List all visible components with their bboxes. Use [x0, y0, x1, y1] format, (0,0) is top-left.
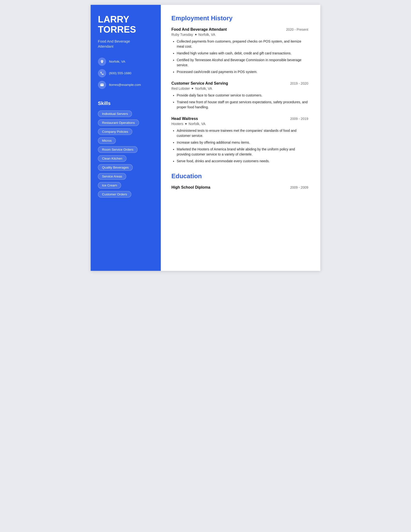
- phone-icon: [98, 69, 106, 77]
- job-block: Customer Service And Serving 2019 - 2020…: [171, 81, 308, 110]
- job-block: Head Waitress 2009 - 2019 Hooters Norfol…: [171, 116, 308, 164]
- skill-tag: Restaurant Operations: [98, 119, 139, 126]
- separator-dot: [185, 123, 187, 124]
- skills-list: Individual ServersRestaurant OperationsC…: [98, 111, 154, 198]
- skill-tag: Service Areas: [98, 173, 126, 180]
- separator-dot: [192, 88, 193, 89]
- resume-container: LARRY TORRES Food And BeverageAttendant …: [91, 5, 320, 271]
- job-bullets: Collected payments from customers, prepa…: [171, 39, 308, 75]
- education-block: High School Diploma 2009 - 2009: [171, 185, 308, 190]
- location-item: Norfolk, VA: [98, 57, 154, 66]
- jobs-container: Food And Beverage Attendant 2020 - Prese…: [171, 27, 308, 164]
- job-bullet: Serve food, drinks and accommodate every…: [177, 159, 308, 164]
- skills-heading: Skills: [98, 101, 154, 106]
- employment-heading: Employment History: [171, 15, 308, 22]
- main-content: Employment History Food And Beverage Att…: [161, 5, 320, 271]
- phone-item: (600) 555-1680: [98, 69, 154, 77]
- skill-tag: Ice Cream: [98, 182, 121, 189]
- job-bullet: Trained new front of house staff on gues…: [177, 100, 308, 110]
- company-location: Norfolk, VA: [198, 33, 215, 37]
- job-title: Customer Service And Serving: [171, 81, 228, 86]
- company-location: Norfolk, VA: [195, 86, 212, 90]
- skill-tag: Micros: [98, 137, 116, 144]
- job-bullets: Provide daily face to face customer serv…: [171, 93, 308, 110]
- phone-text: (600) 555-1680: [109, 71, 131, 75]
- skills-section: Skills Individual ServersRestaurant Oper…: [98, 101, 154, 198]
- email-icon: [98, 81, 106, 89]
- education-dates: 2009 - 2009: [290, 185, 308, 189]
- skill-tag: Individual Servers: [98, 111, 132, 117]
- job-bullet: Collected payments from customers, prepa…: [177, 39, 308, 49]
- company-name: Red Lobster: [171, 86, 190, 90]
- skill-tag: Company Policies: [98, 128, 132, 135]
- job-dates: 2019 - 2020: [290, 82, 308, 85]
- contact-section: Norfolk, VA (600) 555-1680 ltorres@examp…: [98, 57, 154, 89]
- job-company: Ruby Tuesday Norfolk, VA: [171, 33, 308, 37]
- skill-tag: Room Service Orders: [98, 146, 138, 153]
- skill-tag: Customer Orders: [98, 191, 131, 198]
- candidate-title: Food And BeverageAttendant: [98, 39, 154, 49]
- separator-dot: [195, 34, 196, 35]
- job-bullet: Provide daily face to face customer serv…: [177, 93, 308, 98]
- skill-tag: Clean Kitchen: [98, 155, 126, 162]
- job-company: Red Lobster Norfolk, VA: [171, 86, 308, 90]
- location-text: Norfolk, VA: [109, 60, 125, 63]
- company-name: Hooters: [171, 122, 183, 126]
- job-dates: 2009 - 2019: [290, 117, 308, 121]
- job-bullet: Processed cash/credit card payments in P…: [177, 69, 308, 75]
- job-header: Head Waitress 2009 - 2019: [171, 116, 308, 121]
- education-degree: High School Diploma: [171, 185, 210, 190]
- job-bullet: Increase sales by offering additional me…: [177, 140, 308, 145]
- company-name: Ruby Tuesday: [171, 33, 193, 37]
- education-header: High School Diploma 2009 - 2009: [171, 185, 308, 190]
- job-title: Food And Beverage Attendant: [171, 27, 227, 32]
- education-heading: Education: [171, 172, 308, 180]
- candidate-name: LARRY TORRES: [98, 15, 154, 35]
- job-header: Customer Service And Serving 2019 - 2020: [171, 81, 308, 86]
- job-bullets: Administered tests to ensure trainees me…: [171, 128, 308, 164]
- job-bullet: Certified by Tennessee Alcohol and Bever…: [177, 57, 308, 68]
- job-bullet: Handled high volume sales with cash, deb…: [177, 51, 308, 56]
- company-location: Norfolk, VA: [188, 122, 206, 126]
- education-container: High School Diploma 2009 - 2009: [171, 185, 308, 190]
- location-icon: [98, 57, 106, 66]
- email-text: ltorres@example.com: [109, 83, 141, 86]
- skill-tag: Quality Beverages: [98, 164, 133, 171]
- job-dates: 2020 - Present: [286, 28, 308, 31]
- job-bullet: Marketed the Hooters of America brand wh…: [177, 147, 308, 157]
- sidebar: LARRY TORRES Food And BeverageAttendant …: [91, 5, 161, 271]
- job-company: Hooters Norfolk, VA: [171, 122, 308, 126]
- job-header: Food And Beverage Attendant 2020 - Prese…: [171, 27, 308, 32]
- job-title: Head Waitress: [171, 116, 198, 121]
- job-block: Food And Beverage Attendant 2020 - Prese…: [171, 27, 308, 75]
- email-item: ltorres@example.com: [98, 81, 154, 89]
- job-bullet: Administered tests to ensure trainees me…: [177, 128, 308, 138]
